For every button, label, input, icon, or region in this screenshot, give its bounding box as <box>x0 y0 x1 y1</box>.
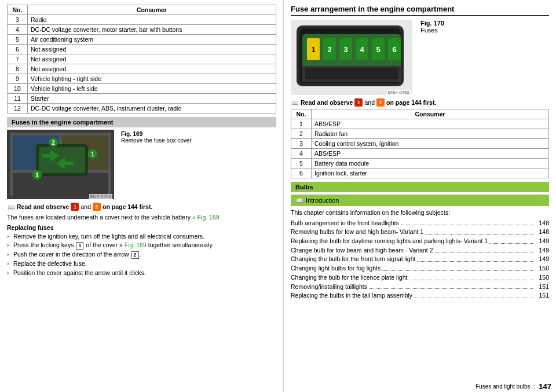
toc-page: 149 <box>535 255 549 263</box>
table-row: 9Vehicle lighting - right side <box>8 74 276 84</box>
fig170-caption-area: Fig. 170 Fuses <box>417 20 549 34</box>
right-column: Fuse arrangement in the engine compartme… <box>284 0 556 392</box>
toc-dots <box>401 219 533 226</box>
fig169-link2[interactable]: Fig. 169 <box>125 241 147 248</box>
toc-page: 150 <box>535 264 549 273</box>
fig169-label: Fig. 169 <box>121 131 142 137</box>
replacing-fuses-header: Replacing fuses <box>7 224 276 231</box>
fig170-container: 1 2 3 4 5 6 BNH-0492 Fig. 170 Fuses <box>291 20 549 96</box>
toc-row: Change bulb for low beam and high beam -… <box>291 246 549 255</box>
fig169-id: BNF-0759 <box>89 194 112 199</box>
fig170-id: BNH-0492 <box>387 90 411 95</box>
fig169-link[interactable]: » Fig. 169 <box>192 214 220 221</box>
table-row: 4DC-DC voltage converter, motor starter,… <box>8 25 276 35</box>
intro-section-header: 📖 Introduction <box>291 195 549 206</box>
table-row: 2Radiator fan <box>291 129 549 139</box>
svg-text:4: 4 <box>360 45 364 54</box>
inline-badge-1: 1 <box>76 242 83 250</box>
read-observe-text-right: Read and observe <box>301 99 353 106</box>
toc-row: Removing bulbs for low and high beam- Va… <box>291 228 549 236</box>
svg-text:1: 1 <box>311 45 315 54</box>
book-icon-right: 📖 <box>291 98 299 107</box>
table-row: 1ABS/ESP <box>291 119 549 129</box>
toc-label: Changing the bulb for the front turn sig… <box>291 255 415 263</box>
toc-row: Changing the bulb for the front turn sig… <box>291 255 549 263</box>
toc-row: Replacing the bulbs in the tail lamp ass… <box>291 291 549 300</box>
toc-dots <box>382 264 533 271</box>
bullet-3: › Push the cover in the direction of the… <box>7 250 276 259</box>
read-observe-left: 📖 Read and observe 1 and 2 on page 144 f… <box>7 203 276 211</box>
intro-body-text: This chapter contains information on the… <box>291 208 549 217</box>
toc-page: 149 <box>535 237 549 246</box>
table-row: 5Battery data module <box>291 159 549 168</box>
svg-text:3: 3 <box>343 45 348 54</box>
left-consumer-table: No. Consumer 3Radio4DC-DC voltage conver… <box>7 5 276 113</box>
left-column: No. Consumer 3Radio4DC-DC voltage conver… <box>0 0 284 392</box>
toc-dots <box>425 228 533 235</box>
table-row: 5Air conditioning system <box>8 35 276 45</box>
fig169-image: 2 1 1 <box>7 130 114 199</box>
table-row: 3Cooling control system, ignition <box>291 139 549 149</box>
bullet-1: › Remove the ignition key, turn off the … <box>7 232 276 241</box>
col-consumer-header: Consumer <box>28 5 276 15</box>
toc-dots <box>489 237 533 244</box>
table-row: 6Ignition lock, starter <box>291 168 549 178</box>
book-icon-left: 📖 <box>7 203 15 211</box>
fig169-container: 2 1 1 BNF-0759 Fig. 169 Remove the fuse … <box>7 130 276 200</box>
and-text-left: and <box>81 203 91 210</box>
fig170-image-wrap: 1 2 3 4 5 6 BNH-0492 <box>291 20 412 96</box>
toc-dots <box>409 273 533 280</box>
toc-label: Changing the bulb for the licence plate … <box>291 273 407 282</box>
footer-text: Fuses and light bulbs <box>475 383 531 390</box>
toc-label: Changing light bulbs for fog lights <box>291 264 381 273</box>
table-row: 4ABS/ESP <box>291 149 549 159</box>
toc-label: Removing bulbs for low and high beam- Va… <box>291 228 423 236</box>
badge-orange-right: 2 <box>376 98 385 107</box>
page-separator: : <box>534 383 536 390</box>
svg-text:2: 2 <box>52 140 55 146</box>
toc-dots <box>417 255 533 262</box>
fuses-engine-section-header: Fuses in the engine compartment <box>7 117 276 127</box>
right-col-consumer: Consumer <box>312 109 549 119</box>
page-number: 147 <box>539 382 551 391</box>
toc-dots <box>369 283 533 290</box>
table-row: 11Starter <box>8 94 276 104</box>
toc-row: Bulb arrangement in the front headlights… <box>291 219 549 228</box>
read-observe-suffix-right: on page 144 first. <box>386 99 436 106</box>
toc-page: 148 <box>535 219 549 228</box>
bullet-4: › Replace the defective fuse. <box>7 259 276 268</box>
and-text-right: and <box>364 99 375 106</box>
toc-label: Removing/installing taillights <box>291 283 367 291</box>
toc-row: Changing the bulb for the licence plate … <box>291 273 549 282</box>
svg-rect-32 <box>305 68 398 79</box>
toc-row: Replacing the bulb for daytime running l… <box>291 237 549 246</box>
col-no-header: No. <box>8 5 28 15</box>
fig169-caption: Remove the fuse box cover. <box>121 137 193 144</box>
svg-text:6: 6 <box>392 45 396 54</box>
toc-dots <box>414 291 533 298</box>
toc-page: 148 <box>535 228 549 236</box>
badge-red-right: 1 <box>354 98 363 107</box>
fuse-arrangement-title: Fuse arrangement in the engine compartme… <box>291 5 549 16</box>
badge-red-left: 1 <box>71 203 79 211</box>
inline-badge-2: 2 <box>131 251 139 259</box>
footer-bar: Fuses and light bulbs : 147 <box>284 381 556 392</box>
toc-page: 149 <box>535 246 549 255</box>
table-row: 8Not assigned <box>8 64 276 74</box>
toc-page: 151 <box>535 283 549 291</box>
table-row: 12DC-DC voltage converter, ABS, instrume… <box>8 104 276 113</box>
fig170-label: Fig. 170 <box>420 20 444 27</box>
badge-orange-left: 2 <box>93 203 101 211</box>
svg-text:1: 1 <box>35 172 39 178</box>
table-row: 10Vehicle lighting - left side <box>8 84 276 94</box>
read-observe-suffix-left: on page 144 first. <box>103 203 152 210</box>
fig169-image-wrap: 2 1 1 BNF-0759 <box>7 130 114 200</box>
fig170-caption: Fuses <box>420 27 438 34</box>
table-row: 7Not assigned <box>8 54 276 64</box>
right-col-no: No. <box>291 109 312 119</box>
svg-text:1: 1 <box>91 151 94 157</box>
svg-rect-4 <box>13 173 108 196</box>
toc-label: Change bulb for low beam and high beam -… <box>291 246 433 255</box>
read-observe-right: 📖 Read and observe 1 and 2 on page 144 f… <box>291 98 549 107</box>
toc-dots <box>435 246 533 253</box>
